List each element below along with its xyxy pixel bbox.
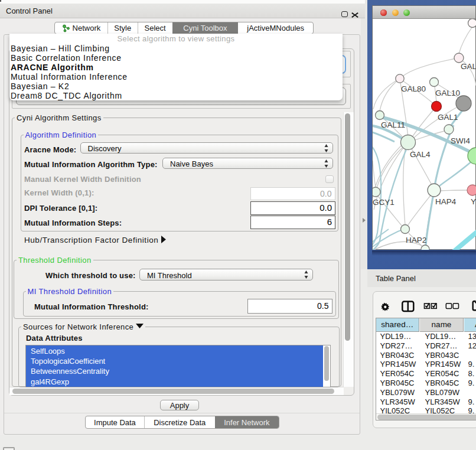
svg-text:YD: YD xyxy=(471,197,476,206)
svg-text:GAL1: GAL1 xyxy=(438,113,458,122)
svg-text:GAL11: GAL11 xyxy=(381,120,405,129)
svg-text:GCY1: GCY1 xyxy=(373,198,395,207)
svg-text:GAL4: GAL4 xyxy=(410,150,431,159)
svg-text:HAP2: HAP2 xyxy=(406,236,426,244)
svg-text:SWI4: SWI4 xyxy=(451,136,470,145)
svg-text:GAL80: GAL80 xyxy=(401,84,426,93)
svg-text:GAL10: GAL10 xyxy=(435,89,460,97)
svg-text:GAL2: GAL2 xyxy=(461,62,476,71)
svg-text:HAP4: HAP4 xyxy=(435,197,457,206)
